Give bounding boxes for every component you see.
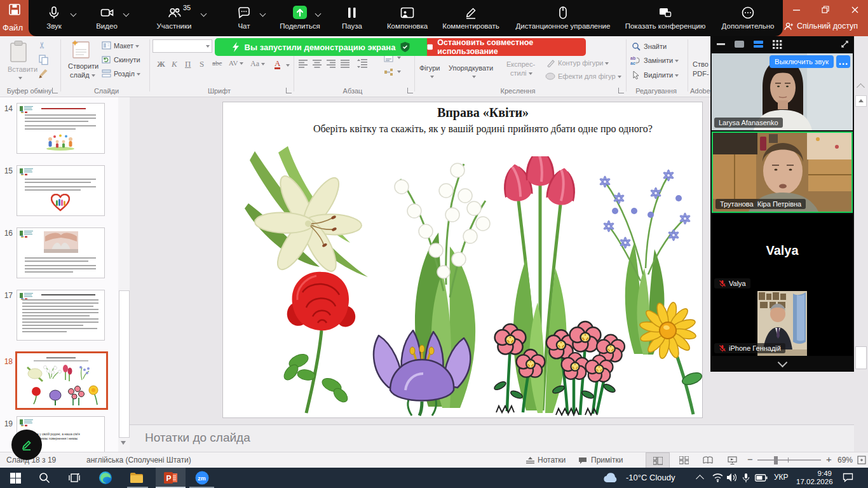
yellow-daisy-image[interactable] — [631, 297, 709, 417]
gallery-view-icon[interactable] — [773, 40, 782, 49]
pause-share-button[interactable]: Пауза — [333, 4, 371, 34]
clipboard-dialog-launcher[interactable] — [52, 88, 58, 93]
paste-button[interactable] — [9, 40, 28, 65]
close-button[interactable] — [845, 3, 864, 17]
thumbnails-scrollbar[interactable] — [118, 97, 130, 452]
battery-icon[interactable] — [755, 474, 768, 482]
bold-button[interactable]: Ж — [157, 59, 165, 69]
reading-view-button[interactable] — [696, 452, 719, 468]
pink-flower-clusters-image[interactable] — [485, 320, 632, 417]
copy-icon[interactable] — [38, 54, 50, 65]
speaker-view-icon[interactable] — [735, 41, 744, 48]
tab-file[interactable]: Файл — [3, 23, 23, 32]
video-chevron-icon[interactable] — [124, 11, 128, 16]
shape-outline-button[interactable]: Контур фігури — [558, 59, 609, 67]
shapes-button[interactable]: Фігури — [419, 64, 440, 72]
participants-button[interactable]: Участники — [146, 4, 203, 34]
clock[interactable]: 9:49 17.02.2026 — [796, 470, 832, 486]
hidden-icons-chevron[interactable] — [696, 475, 704, 483]
smartart-icon[interactable] — [384, 68, 393, 76]
minimize-button[interactable] — [787, 3, 806, 17]
collapse-arrow-icon[interactable] — [857, 83, 865, 92]
annotation-toolbar-button[interactable] — [11, 430, 42, 460]
slide-thumbnail-14[interactable] — [17, 103, 105, 154]
chat-chevron-icon[interactable] — [261, 11, 265, 16]
audio-chevron-icon[interactable] — [71, 11, 76, 16]
speaker-icon[interactable] — [726, 473, 737, 482]
drawing-dialog-launcher[interactable] — [618, 88, 624, 93]
paragraph-dialog-launcher[interactable] — [407, 88, 413, 93]
comments-toggle-button[interactable]: Примітки — [591, 456, 623, 464]
replace-button[interactable]: Замінити — [644, 57, 679, 64]
quick-styles-button[interactable]: стилі — [510, 69, 532, 77]
align-left-icon[interactable] — [299, 60, 308, 68]
new-slide-button[interactable] — [71, 39, 90, 62]
slide-sorter-view-button[interactable] — [672, 452, 695, 468]
reset-button[interactable]: Скинути — [114, 56, 140, 64]
taskbar-search-button[interactable] — [37, 470, 52, 485]
create-pdf-button[interactable]: Ство — [693, 60, 709, 68]
shape-effects-button[interactable]: Ефекти для фігур — [558, 72, 621, 80]
keyboard-language[interactable]: УКР — [774, 473, 789, 482]
cut-icon[interactable]: ✂ — [37, 41, 47, 49]
minimize-panel-icon[interactable] — [717, 43, 725, 45]
strikethrough-button[interactable]: abc — [212, 59, 222, 67]
zoom-in-button[interactable]: + — [826, 454, 832, 464]
expand-panel-icon[interactable] — [840, 39, 850, 49]
italic-button[interactable]: К — [172, 59, 177, 69]
find-button[interactable]: Знайти — [644, 43, 667, 50]
justify-icon[interactable] — [341, 60, 350, 68]
red-rose-image[interactable] — [277, 267, 365, 417]
weather-label[interactable]: -10°C Cloudy — [626, 473, 675, 482]
change-case-button[interactable]: Aa — [250, 59, 265, 69]
zoom-slider-thumb[interactable] — [774, 456, 778, 464]
save-icon[interactable] — [8, 3, 21, 16]
purple-crocus-image[interactable] — [367, 327, 477, 417]
weather-cloud-icon[interactable] — [602, 473, 619, 483]
normal-view-button[interactable] — [646, 452, 670, 469]
slide-thumbnail-16[interactable] — [17, 227, 105, 278]
fit-to-window-icon[interactable] — [857, 456, 866, 464]
language-indicator[interactable]: англійська (Сполучені Штати) — [86, 456, 191, 464]
shadow-button[interactable]: S — [200, 59, 204, 69]
video-tile-gennadiy[interactable]: iPhone Геннадій — [712, 291, 853, 356]
line-spacing-icon[interactable] — [357, 59, 367, 68]
wifi-icon[interactable] — [712, 473, 723, 482]
slide-subtitle[interactable]: Оберіть квітку та скажіть, як у вашій ро… — [273, 123, 693, 135]
slide-thumbnail-17[interactable] — [17, 290, 105, 341]
action-center-icon[interactable] — [843, 473, 853, 482]
zoom-out-button[interactable]: − — [747, 454, 753, 464]
task-view-button[interactable] — [67, 470, 82, 485]
notes-toggle-button[interactable]: Нотатки — [538, 456, 566, 464]
stop-share-button[interactable]: Остановить совместное использование — [427, 38, 586, 56]
slide-title[interactable]: Вправа «Квіти» — [273, 105, 693, 120]
video-tile-larysa[interactable]: Выключить звук … Larysa Afanasenko — [712, 53, 853, 130]
slideshow-view-button[interactable] — [721, 452, 743, 468]
participants-chevron-icon[interactable] — [201, 11, 206, 16]
mute-participant-button[interactable]: Выключить звук — [770, 55, 834, 68]
zoom-slider-track[interactable] — [757, 459, 821, 461]
show-conference-button[interactable]: Показать конференцию — [618, 4, 713, 34]
slide-thumbnail-18-selected[interactable] — [15, 351, 108, 410]
arrange-button[interactable]: Упорядкувати — [449, 64, 493, 72]
participant-more-button[interactable]: … — [836, 55, 850, 68]
slide-thumbnail-15[interactable] — [17, 165, 105, 216]
audio-button[interactable]: Звук — [35, 4, 73, 34]
more-button[interactable]: Дополнительно — [713, 4, 783, 34]
thumbnails-scrollbar-thumb[interactable] — [119, 290, 130, 438]
scroll-down-icon[interactable] — [121, 441, 126, 445]
share-screen-button[interactable]: Поделиться — [271, 4, 329, 34]
layout-button[interactable]: Макет — [114, 42, 139, 50]
align-right-icon[interactable] — [327, 60, 336, 68]
edge-browser-button[interactable] — [98, 470, 113, 485]
scrollbar-thumb[interactable] — [855, 346, 867, 369]
collapse-videos-button[interactable] — [710, 356, 854, 372]
file-explorer-button[interactable] — [129, 470, 144, 485]
video-button[interactable]: Видео — [88, 4, 126, 34]
restore-button[interactable] — [816, 3, 835, 17]
select-button[interactable]: Виділити — [644, 71, 679, 79]
zoom-app-button[interactable]: zm — [194, 470, 210, 485]
scroll-up-button[interactable] — [855, 95, 867, 107]
taskbar-mic-icon[interactable] — [742, 473, 750, 483]
video-tile-kira-active-speaker[interactable]: Трутанова Кіра Петрівна — [712, 132, 853, 213]
